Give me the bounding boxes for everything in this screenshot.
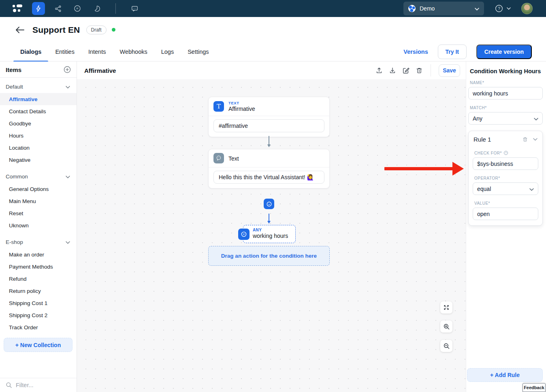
svg-text:IF: IF xyxy=(268,203,270,205)
section-common[interactable]: Common xyxy=(0,170,77,183)
sidebar-item-return-policy[interactable]: Return policy xyxy=(0,285,77,297)
svg-text:?: ? xyxy=(498,6,500,11)
svg-text:?: ? xyxy=(505,152,507,154)
sidebar-item-make-an-order[interactable]: Make an order xyxy=(0,248,77,261)
bot-header: Support EN Draft xyxy=(0,17,546,42)
check-for-input[interactable] xyxy=(473,157,538,170)
text-message-node[interactable]: Text Hello this this the Virtual Assista… xyxy=(208,149,330,189)
download-icon[interactable] xyxy=(389,67,396,74)
operator-select[interactable]: equal xyxy=(473,182,538,195)
dialog-editor: Affirmative Save xyxy=(77,61,466,392)
tab-logs[interactable]: Logs xyxy=(154,42,181,61)
intent-value-field[interactable]: #affirmative xyxy=(213,119,324,132)
fit-view-button[interactable] xyxy=(440,301,452,314)
sidebar-item-refund[interactable]: Refund xyxy=(0,273,77,285)
condition-name-input[interactable] xyxy=(468,87,543,100)
feedback-button[interactable]: Feedback xyxy=(523,383,546,392)
canvas-header: Affirmative Save xyxy=(77,61,466,79)
sidebar-item-payment-methods[interactable]: Payment Methods xyxy=(0,261,77,273)
condition-node-working-hours[interactable]: IF ANY working hours xyxy=(243,225,296,243)
try-it-button[interactable]: Try It xyxy=(438,44,467,59)
tab-webhooks[interactable]: Webhooks xyxy=(113,42,154,61)
edit-icon[interactable] xyxy=(402,67,410,74)
node-name: Text xyxy=(228,155,239,162)
expand-icon xyxy=(443,304,450,311)
bot-title: Support EN xyxy=(32,25,80,35)
chevron-down-icon xyxy=(529,186,534,192)
flow-arrow xyxy=(269,214,269,224)
sidebar-item-shipping-cost-2[interactable]: Shipping Cost 2 xyxy=(0,309,77,321)
annotation-arrow xyxy=(384,167,453,170)
chevron-down-icon xyxy=(66,174,70,180)
add-rule-button[interactable]: + Add Rule xyxy=(467,368,543,382)
chat-icon[interactable] xyxy=(128,2,141,15)
save-button[interactable]: Save xyxy=(439,64,460,77)
workspace-selector[interactable]: Demo xyxy=(403,2,484,15)
sidebar-item-goodbye[interactable]: Goodbye xyxy=(0,117,77,129)
sidebar-item-hours[interactable]: Hours xyxy=(0,129,77,142)
action-drop-zone[interactable]: Drag an action for the condition here xyxy=(208,246,330,266)
sidebar-item-negative[interactable]: Negative xyxy=(0,154,77,166)
value-label: VALUE* xyxy=(474,201,538,206)
filter-input[interactable] xyxy=(16,382,64,388)
top-navbar: IF Demo ? xyxy=(0,0,546,17)
message-value-field[interactable]: Hello this this the Virtual Assistant! 🙋… xyxy=(213,171,324,184)
intent-node[interactable]: T TEXT Affirmative #affirmative xyxy=(208,97,330,137)
add-item-icon[interactable] xyxy=(64,66,71,73)
delete-rule-icon[interactable] xyxy=(522,136,528,142)
collapse-rule-icon[interactable] xyxy=(533,138,537,141)
user-avatar[interactable] xyxy=(521,3,533,14)
node-name: Affirmative xyxy=(228,106,255,112)
sidebar-item-contact-details[interactable]: Contact Details xyxy=(0,105,77,117)
share-icon[interactable] xyxy=(51,2,64,15)
node-type-label: TEXT xyxy=(228,101,255,105)
panel-title: Condition Working Hours xyxy=(468,68,543,74)
zoom-in-button[interactable] xyxy=(440,320,452,333)
name-label: NAME* xyxy=(470,81,543,85)
app-logo-icon[interactable] xyxy=(13,4,23,13)
annotation-arrowhead xyxy=(452,162,464,176)
speech-bubble-icon xyxy=(213,153,224,163)
items-sidebar: Items Default Affirmative Contact Detail… xyxy=(0,61,77,392)
section-eshop[interactable]: E-shop xyxy=(0,235,77,248)
new-collection-button[interactable]: + New Collection xyxy=(4,338,73,352)
sidebar-item-affirmative[interactable]: Affirmative xyxy=(0,93,77,105)
value-input[interactable] xyxy=(473,208,538,220)
sidebar-item-reset[interactable]: Reset xyxy=(0,207,77,219)
create-version-button[interactable]: Create version xyxy=(476,44,532,59)
sidebar-item-shipping-cost-1[interactable]: Shipping Cost 1 xyxy=(0,297,77,309)
sidebar-item-main-menu[interactable]: Main Menu xyxy=(0,195,77,207)
if-circle-icon: IF xyxy=(266,201,272,207)
flow-canvas[interactable]: T TEXT Affirmative #affirmative xyxy=(77,79,466,392)
back-arrow-icon[interactable] xyxy=(15,25,25,35)
help-menu[interactable]: ? xyxy=(495,4,511,13)
if-condition-icon[interactable]: IF xyxy=(71,2,84,15)
dialog-title: Affirmative xyxy=(84,67,116,74)
match-selected-value: Any xyxy=(473,115,482,122)
tab-settings[interactable]: Settings xyxy=(181,42,215,61)
pie-chart-icon[interactable] xyxy=(90,2,103,15)
versions-link[interactable]: Versions xyxy=(403,49,428,55)
sidebar-item-location[interactable]: Location xyxy=(0,142,77,154)
help-circle-icon[interactable]: ? xyxy=(503,150,508,155)
tab-dialogs[interactable]: Dialogs xyxy=(13,42,48,61)
sidebar-item-uknown[interactable]: Uknown xyxy=(0,219,77,231)
section-default[interactable]: Default xyxy=(0,80,77,93)
trash-icon[interactable] xyxy=(416,67,423,74)
zoom-out-icon xyxy=(443,343,450,350)
zoom-in-icon xyxy=(443,323,450,330)
upload-icon[interactable] xyxy=(375,67,383,74)
toolbar-divider xyxy=(431,64,431,76)
condition-settings-panel: Condition Working Hours NAME* MATCH* Any… xyxy=(466,61,546,392)
tab-intents[interactable]: Intents xyxy=(81,42,113,61)
zoom-out-button[interactable] xyxy=(440,340,452,352)
sidebar-item-general-options[interactable]: General Options xyxy=(0,183,77,195)
chevron-down-icon xyxy=(66,239,70,245)
match-select[interactable]: Any xyxy=(468,112,543,125)
condition-mini-node[interactable]: IF xyxy=(264,199,274,209)
tab-entities[interactable]: Entities xyxy=(48,42,81,61)
section-label: Common xyxy=(6,174,28,180)
match-label: MATCH* xyxy=(470,106,543,110)
bot-builder-icon[interactable] xyxy=(32,2,45,15)
sidebar-item-track-order[interactable]: Track Order xyxy=(0,321,77,333)
